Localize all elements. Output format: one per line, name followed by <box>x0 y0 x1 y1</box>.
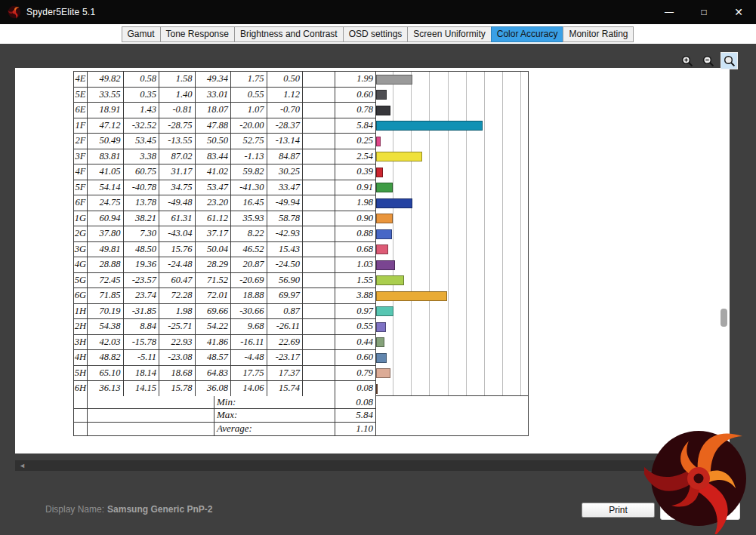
tab-screen-uniformity[interactable]: Screen Uniformity <box>407 26 491 42</box>
table-row: 6F24.7513.78-49.4823.2016.45-49.941.98 <box>74 195 376 211</box>
target-lab-cell: 22.93 <box>159 335 196 350</box>
target-lab-cell: 34.75 <box>159 180 196 195</box>
measured-lab-cell: 50.04 <box>196 242 232 257</box>
tab-color-accuracy[interactable]: Color Accuracy <box>491 26 564 42</box>
target-lab-cell: 71.85 <box>88 288 124 303</box>
patch-id-cell: 5F <box>74 180 88 195</box>
horizontal-scrollbar[interactable]: ◄ <box>15 460 730 471</box>
target-lab-cell: 1.40 <box>159 88 196 103</box>
measured-lab-cell: -16.11 <box>231 335 267 350</box>
patch-id-cell: 5H <box>74 366 88 381</box>
delta-e-bar <box>376 121 483 131</box>
measured-lab-cell: 83.44 <box>196 149 232 164</box>
close-button[interactable]: ✕ <box>721 0 756 24</box>
delta-e-bar <box>376 260 395 270</box>
measured-lab-cell: 53.47 <box>196 180 232 195</box>
measured-lab-cell: 30.25 <box>267 164 304 180</box>
color-accuracy-report: 4E49.820.581.5849.341.750.501.995E33.550… <box>73 71 376 397</box>
table-row: 4H48.82-5.11-23.0848.57-4.48-23.170.60 <box>74 350 376 366</box>
table-row: 4F41.0560.7531.1741.0259.8230.250.39 <box>74 164 376 180</box>
delta-e-cell: 0.08 <box>335 381 376 396</box>
measured-lab-cell: -49.94 <box>267 195 304 211</box>
summary-row: Average:1.10 <box>74 423 528 436</box>
measured-lab-cell: 28.29 <box>196 257 232 272</box>
measured-lab-cell: 50.50 <box>196 134 232 149</box>
delta-e-bar <box>376 384 378 394</box>
table-row: 5H65.1018.1418.6864.8317.7517.370.79 <box>74 366 376 382</box>
target-lab-cell: 3.38 <box>124 149 160 164</box>
tab-brightness-and-contrast[interactable]: Brightness and Contrast <box>234 26 344 42</box>
spacer-cell <box>303 242 335 257</box>
delta-e-bar <box>376 322 386 332</box>
measured-lab-cell: 41.02 <box>196 164 232 180</box>
maximize-button[interactable]: □ <box>687 0 721 24</box>
target-lab-cell: 87.02 <box>159 149 196 164</box>
target-lab-cell: -5.11 <box>124 350 160 365</box>
target-lab-cell: 60.47 <box>159 273 196 288</box>
measured-lab-cell: -41.30 <box>231 180 267 195</box>
summary-row: Min:0.08 <box>74 396 528 410</box>
measured-lab-cell: 22.69 <box>267 335 304 350</box>
delta-e-bar <box>376 152 422 161</box>
target-lab-cell: 65.10 <box>88 366 124 381</box>
minimize-button[interactable]: — <box>652 0 687 24</box>
tab-tone-response[interactable]: Tone Response <box>160 26 235 42</box>
target-lab-cell: 1.43 <box>124 103 160 118</box>
measured-lab-cell: 48.57 <box>196 350 232 365</box>
scroll-left-icon[interactable]: ◄ <box>15 463 26 469</box>
target-lab-cell: 47.12 <box>88 118 124 134</box>
target-lab-cell: -28.75 <box>159 118 196 134</box>
measured-lab-cell: 15.43 <box>267 242 304 257</box>
spacer-cell <box>303 103 335 118</box>
delta-e-cell: 1.55 <box>335 273 376 288</box>
delta-e-bar <box>376 183 393 192</box>
measured-lab-cell: 0.50 <box>267 72 304 87</box>
target-lab-cell: 31.17 <box>159 164 196 180</box>
zoom-reset-button[interactable] <box>721 52 738 69</box>
spacer-cell <box>303 288 335 303</box>
tab-monitor-rating[interactable]: Monitor Rating <box>563 26 634 42</box>
target-lab-cell: -25.71 <box>159 319 196 334</box>
measured-lab-cell: -30.66 <box>231 304 267 319</box>
target-lab-cell: 33.55 <box>88 88 124 103</box>
delta-e-cell: 1.99 <box>335 72 376 87</box>
measured-lab-cell: 17.37 <box>267 366 304 381</box>
target-lab-cell: 54.38 <box>88 319 124 334</box>
measured-lab-cell: 17.75 <box>231 366 267 381</box>
vertical-scrollbar-thumb[interactable] <box>721 309 727 327</box>
target-lab-cell: -0.81 <box>159 103 196 118</box>
patch-id-cell: 2F <box>74 134 88 149</box>
table-row: 2H54.388.84-25.7154.229.68-26.110.55 <box>74 319 376 335</box>
measured-lab-cell: -0.70 <box>267 103 304 118</box>
summary-value-cell: 5.84 <box>335 409 376 423</box>
title-bar: Spyder5Elite 5.1 — □ ✕ <box>0 0 756 24</box>
target-lab-cell: -40.78 <box>124 180 160 195</box>
delta-e-bar <box>376 168 383 177</box>
tab-osd-settings[interactable]: OSD settings <box>343 26 409 42</box>
measured-lab-cell: 54.22 <box>196 319 232 334</box>
table-row: 1H70.19-31.851.9869.66-30.660.870.97 <box>74 304 376 320</box>
window-controls: — □ ✕ <box>652 0 756 24</box>
patch-id-cell: 6H <box>74 381 88 396</box>
zoom-out-button[interactable] <box>699 52 717 69</box>
zoom-in-button[interactable] <box>678 52 696 69</box>
target-lab-cell: 50.49 <box>88 134 124 149</box>
tab-gamut[interactable]: Gamut <box>122 26 161 42</box>
measured-lab-cell: 1.07 <box>231 103 267 118</box>
target-lab-cell: 37.80 <box>88 226 124 241</box>
target-lab-cell: 0.58 <box>124 72 160 87</box>
target-lab-cell: 15.76 <box>159 242 196 257</box>
target-lab-cell: 61.31 <box>159 211 196 226</box>
spacer-cell <box>303 211 335 226</box>
delta-e-bar <box>376 337 384 347</box>
patch-id-cell: 6E <box>74 103 88 118</box>
patch-id-cell: 2H <box>74 319 88 334</box>
measured-lab-cell: 16.45 <box>231 195 267 211</box>
table-row: 3H42.03-15.7822.9341.86-16.1122.690.44 <box>74 335 376 351</box>
patch-id-cell: 3G <box>74 242 88 257</box>
spacer-cell <box>303 381 335 396</box>
summary-value-cell: 0.08 <box>335 396 376 410</box>
measured-lab-cell: -13.14 <box>267 134 304 149</box>
delta-e-bar <box>376 368 390 378</box>
measured-lab-cell: 72.01 <box>196 288 232 303</box>
